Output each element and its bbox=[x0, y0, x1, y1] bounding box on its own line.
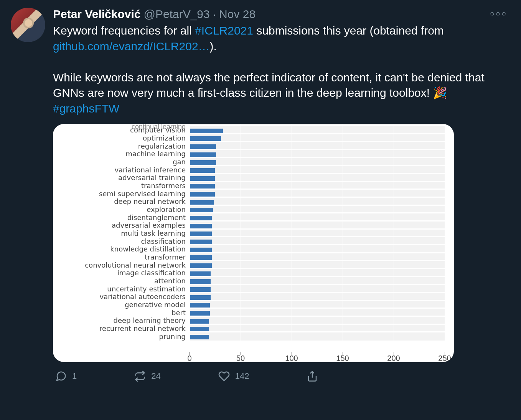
chart-row-label: disentanglement bbox=[53, 214, 190, 221]
chart-bar bbox=[190, 152, 216, 157]
chart-row-track bbox=[190, 230, 445, 237]
chart-row-label: transformers bbox=[53, 182, 190, 189]
heart-icon bbox=[218, 370, 230, 382]
chart-row-track bbox=[190, 238, 445, 245]
chart-row-track bbox=[190, 317, 445, 324]
retweet-icon bbox=[134, 370, 146, 382]
chart-row-label: image classification bbox=[53, 270, 190, 276]
share-button[interactable] bbox=[307, 370, 318, 382]
chart-row-track bbox=[190, 333, 445, 340]
x-tick-label: 0 bbox=[187, 354, 191, 362]
body-part4: While keywords are not always the perfec… bbox=[53, 71, 488, 99]
header-separator: · bbox=[213, 8, 216, 21]
hashtag-iclr2021[interactable]: #ICLR2021 bbox=[195, 24, 253, 37]
chart-bar bbox=[190, 279, 211, 284]
chart-bar bbox=[190, 295, 211, 300]
share-icon bbox=[307, 370, 318, 382]
body-part2: submissions this year (obtained from bbox=[253, 24, 447, 37]
like-button[interactable]: 142 bbox=[218, 370, 249, 382]
chart-row-label: convolutional neural network bbox=[53, 262, 190, 269]
chart-row-label: adversarial examples bbox=[53, 222, 190, 229]
chart-row-track bbox=[190, 167, 445, 174]
author-handle[interactable]: @PetarV_93 bbox=[144, 8, 210, 21]
chart-row-track bbox=[190, 190, 445, 197]
body-part3: ). bbox=[210, 40, 217, 53]
chart-bar bbox=[190, 192, 215, 197]
chart-row-label: transformer bbox=[53, 254, 190, 261]
chart-row-track bbox=[190, 246, 445, 253]
more-options-button[interactable]: ○○○ bbox=[487, 8, 510, 20]
chart-bar bbox=[190, 144, 216, 149]
chart-row-label: deep learning theory bbox=[53, 317, 190, 324]
gridline bbox=[445, 124, 445, 341]
chart-row-track bbox=[190, 222, 445, 229]
chart-row-track bbox=[190, 182, 445, 189]
chart-bar bbox=[190, 231, 212, 236]
reply-button[interactable]: 1 bbox=[55, 370, 77, 382]
chart-row-track bbox=[190, 135, 445, 142]
chart-row-track bbox=[190, 214, 445, 221]
chart-row-label: uncertainty estimation bbox=[53, 286, 190, 293]
tweet-body: Keyword frequencies for all #ICLR2021 su… bbox=[53, 23, 510, 116]
author-display-name[interactable]: Petar Veličković bbox=[53, 8, 141, 21]
chart-bar bbox=[190, 224, 212, 228]
chart-image[interactable]: 050100150200250 continual learningcomput… bbox=[53, 124, 454, 362]
chart-row-label: exploration bbox=[53, 206, 190, 213]
chart-row-label: adversarial training bbox=[53, 174, 190, 181]
chart-bar bbox=[190, 160, 216, 165]
chart-bar bbox=[190, 303, 210, 308]
chart-bar bbox=[190, 129, 223, 133]
chart-row-label: semi supervised learning bbox=[53, 190, 190, 197]
chart-row-label: optimization bbox=[53, 135, 190, 142]
chart-row-track bbox=[190, 127, 445, 134]
chart-row-label: generative model bbox=[53, 301, 190, 308]
x-tick-label: 50 bbox=[236, 354, 245, 362]
chart-row-track bbox=[190, 262, 445, 269]
chart-row-track bbox=[190, 309, 445, 316]
link-github[interactable]: github.com/evanzd/ICLR202… bbox=[53, 40, 210, 53]
chart-row-track bbox=[190, 143, 445, 150]
chart-row-track bbox=[190, 301, 445, 308]
chart-bar bbox=[190, 168, 215, 173]
chart-row-label: variational inference bbox=[53, 167, 190, 174]
avatar[interactable] bbox=[11, 8, 45, 42]
chart-row: pruning bbox=[53, 332, 445, 341]
chart-row-label: machine learning bbox=[53, 150, 190, 157]
chart-bar bbox=[190, 240, 212, 244]
chart-bar bbox=[190, 136, 221, 141]
chart-bar bbox=[190, 287, 211, 292]
chart-row-label: gan bbox=[53, 159, 190, 165]
chart-bar bbox=[190, 335, 209, 339]
retweet-count: 24 bbox=[151, 371, 160, 381]
reply-count: 1 bbox=[72, 371, 77, 381]
chart-bar bbox=[190, 208, 213, 212]
chart-row-track bbox=[190, 293, 445, 300]
chart-row-track bbox=[190, 270, 445, 276]
retweet-button[interactable]: 24 bbox=[134, 370, 160, 382]
chart-row-label: regularization bbox=[53, 143, 190, 150]
chart-bar bbox=[190, 263, 212, 268]
chart-row-label: pruning bbox=[53, 333, 190, 340]
hashtag-graphsftw[interactable]: #graphsFTW bbox=[53, 102, 119, 115]
chart-inner: 050100150200250 continual learningcomput… bbox=[53, 124, 454, 362]
tweet-date[interactable]: Nov 28 bbox=[219, 8, 256, 21]
chart-row-track bbox=[190, 174, 445, 181]
chart-bar bbox=[190, 184, 215, 189]
chart-row-track bbox=[190, 150, 445, 157]
chart-row-label: attention bbox=[53, 278, 190, 284]
tweet-header: Petar Veličković @PetarV_93 · Nov 28 ○○○ bbox=[53, 8, 510, 21]
chart-row-label: multi task learning bbox=[53, 230, 190, 237]
chart-row-label: bert bbox=[53, 309, 190, 316]
chart-row-label: variational autoencoders bbox=[53, 293, 190, 300]
like-count: 142 bbox=[235, 371, 249, 381]
chart-row-track bbox=[190, 159, 445, 165]
chart-row-track bbox=[190, 206, 445, 213]
x-tick-label: 200 bbox=[387, 354, 400, 362]
chart-row-track bbox=[190, 278, 445, 284]
chart-row-track bbox=[190, 325, 445, 332]
chart-bar bbox=[190, 271, 211, 276]
chart-row-label: recurrent neural network bbox=[53, 325, 190, 332]
x-axis: 050100150200250 bbox=[190, 341, 445, 362]
chart-row-track bbox=[190, 198, 445, 205]
chart-bar bbox=[190, 216, 212, 220]
